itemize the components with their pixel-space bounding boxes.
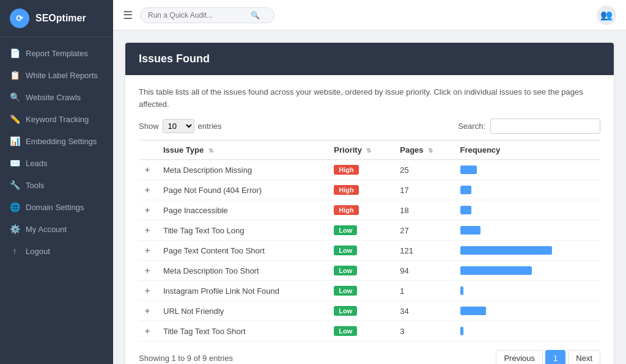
frequency-bar-container	[460, 205, 558, 215]
expand-icon[interactable]: +	[145, 165, 150, 175]
sidebar-item-keyword-tracking[interactable]: ✏️ Keyword Tracking	[0, 108, 113, 130]
logo-icon: ⟳	[10, 9, 29, 28]
priority-badge: High	[334, 165, 358, 175]
expand-cell[interactable]: +	[139, 261, 157, 281]
clipboard-icon: 📋	[10, 70, 20, 80]
priority-cell: High	[328, 160, 394, 180]
expand-icon[interactable]: +	[145, 185, 150, 195]
table-search-input[interactable]	[490, 118, 600, 134]
mail-icon: ✉️	[10, 158, 20, 168]
next-button[interactable]: Next	[568, 350, 600, 364]
pages-cell: 27	[394, 220, 454, 241]
frequency-bar-container	[460, 326, 558, 336]
sidebar-item-label: Keyword Tracking	[26, 115, 89, 124]
expand-cell[interactable]: +	[139, 241, 157, 261]
app-name: SEOptimer	[35, 13, 86, 24]
table-row[interactable]: + Title Tag Text Too Short Low 3	[139, 321, 600, 341]
expand-cell[interactable]: +	[139, 200, 157, 220]
expand-icon[interactable]: +	[145, 205, 150, 215]
frequency-cell	[454, 200, 600, 220]
frequency-bar	[460, 286, 463, 295]
table-row[interactable]: + Instagram Profile Link Not Found Low 1	[139, 281, 600, 301]
col-expand	[139, 140, 157, 160]
hamburger-menu[interactable]: ☰	[123, 9, 133, 22]
pagination: Previous 1 Next	[496, 350, 600, 364]
expand-cell[interactable]: +	[139, 180, 157, 200]
expand-icon[interactable]: +	[145, 246, 150, 255]
search-label: Search:	[458, 122, 485, 131]
expand-cell[interactable]: +	[139, 220, 157, 241]
expand-icon[interactable]: +	[145, 326, 150, 336]
sidebar-item-white-label-reports[interactable]: 📋 White Label Reports	[0, 64, 113, 86]
sort-icon: ⇅	[208, 147, 213, 154]
priority-cell: Low	[328, 281, 394, 301]
priority-badge: Low	[334, 326, 357, 336]
issue-type-cell: Page Inaccessible	[157, 200, 328, 220]
issue-type-cell: Instagram Profile Link Not Found	[157, 281, 328, 301]
priority-cell: Low	[328, 301, 394, 321]
sidebar-item-domain-settings[interactable]: 🌐 Domain Settings	[0, 196, 113, 218]
table-row[interactable]: + Meta Description Missing High 25	[139, 160, 600, 180]
wrench-icon: 🔧	[10, 180, 20, 190]
pages-cell: 25	[394, 160, 454, 180]
table-row[interactable]: + Meta Description Too Short Low 94	[139, 261, 600, 281]
frequency-cell	[454, 160, 600, 180]
topbar-right: 👥	[597, 5, 616, 25]
pages-cell: 121	[394, 241, 454, 261]
frequency-bar-container	[460, 286, 558, 296]
quick-audit-search[interactable]: 🔍	[140, 7, 274, 23]
show-entries-control: Show 10 25 50 100 entries	[139, 119, 222, 133]
col-priority[interactable]: Priority ⇅	[328, 140, 394, 160]
frequency-cell	[454, 261, 600, 281]
frequency-bar-container	[460, 225, 558, 235]
chart-icon: 📊	[10, 136, 20, 146]
sidebar-item-tools[interactable]: 🔧 Tools	[0, 174, 113, 196]
table-row[interactable]: + Page Text Content Too Short Low 121	[139, 241, 600, 261]
frequency-cell	[454, 220, 600, 241]
globe-icon: 🌐	[10, 202, 20, 212]
expand-cell[interactable]: +	[139, 281, 157, 301]
frequency-bar-container	[460, 185, 558, 195]
frequency-cell	[454, 301, 600, 321]
sidebar-item-leads[interactable]: ✉️ Leads	[0, 152, 113, 174]
sidebar-item-label: Website Crawls	[26, 93, 81, 102]
frequency-cell	[454, 321, 600, 341]
sidebar: ⟳ SEOptimer 📄 Report Templates 📋 White L…	[0, 0, 113, 364]
table-row[interactable]: + Page Inaccessible High 18	[139, 200, 600, 220]
search-input[interactable]	[148, 11, 246, 20]
expand-cell[interactable]: +	[139, 160, 157, 180]
gear-icon: ⚙️	[10, 224, 20, 234]
expand-icon[interactable]: +	[145, 225, 150, 235]
entries-select[interactable]: 10 25 50 100	[163, 119, 194, 133]
expand-cell[interactable]: +	[139, 321, 157, 341]
sidebar-item-label: Logout	[26, 247, 50, 256]
sidebar-item-my-account[interactable]: ⚙️ My Account	[0, 218, 113, 240]
sidebar-item-label: Domain Settings	[26, 203, 84, 212]
table-row[interactable]: + URL Not Friendly Low 34	[139, 301, 600, 321]
showing-text: Showing 1 to 9 of 9 entries	[139, 354, 233, 363]
priority-badge: Low	[334, 225, 357, 235]
priority-badge: Low	[334, 306, 357, 316]
col-issue-type[interactable]: Issue Type ⇅	[157, 140, 328, 160]
issue-type-cell: Meta Description Too Short	[157, 261, 328, 281]
card-header: Issues Found	[125, 43, 614, 75]
previous-button[interactable]: Previous	[496, 350, 543, 364]
avatar[interactable]: 👥	[597, 5, 616, 25]
sidebar-item-embedding-settings[interactable]: 📊 Embedding Settings	[0, 130, 113, 152]
col-pages[interactable]: Pages ⇅	[394, 140, 454, 160]
expand-cell[interactable]: +	[139, 301, 157, 321]
priority-cell: Low	[328, 321, 394, 341]
expand-icon[interactable]: +	[145, 286, 150, 296]
table-row[interactable]: + Page Not Found (404 Error) High 17	[139, 180, 600, 200]
search-icon: 🔍	[10, 92, 20, 102]
page-1-button[interactable]: 1	[545, 350, 565, 364]
expand-icon[interactable]: +	[145, 266, 150, 275]
card-body: This table lists all of the issues found…	[125, 75, 614, 364]
sidebar-item-logout[interactable]: ↑ Logout	[0, 240, 113, 262]
expand-icon[interactable]: +	[145, 306, 150, 316]
pages-cell: 17	[394, 180, 454, 200]
sidebar-item-report-templates[interactable]: 📄 Report Templates	[0, 42, 113, 64]
table-row[interactable]: + Title Tag Text Too Long Low 27	[139, 220, 600, 241]
sidebar-item-website-crawls[interactable]: 🔍 Website Crawls	[0, 86, 113, 108]
priority-cell: Low	[328, 261, 394, 281]
